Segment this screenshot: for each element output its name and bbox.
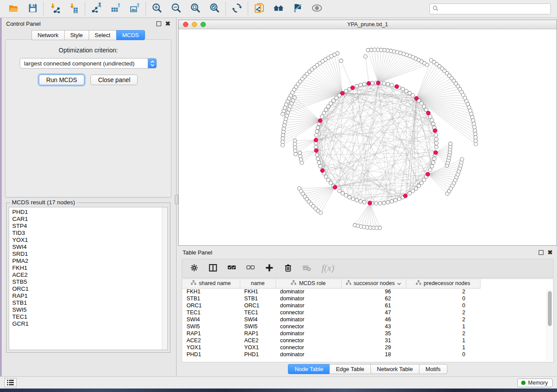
shared-name-cell[interactable]: ACE2 [182, 337, 240, 344]
mcds-list-scrollbar[interactable] [162, 207, 167, 350]
mcds-result-item[interactable]: ORC1 [12, 285, 167, 292]
mcds-role-cell[interactable]: connector [276, 344, 341, 351]
shared-name-cell[interactable]: STB1 [182, 295, 240, 302]
shared-name-cell[interactable]: RAP1 [182, 330, 240, 337]
name-cell[interactable]: TEC1 [240, 309, 276, 316]
column-header-shared-name[interactable]: shared name [182, 279, 240, 288]
zoom-in-button[interactable] [147, 1, 166, 16]
delete-button[interactable] [284, 264, 292, 273]
successor-nodes-cell[interactable]: 18 [341, 351, 406, 358]
mcds-result-item[interactable]: RAP1 [12, 292, 167, 299]
search-box[interactable] [429, 3, 551, 14]
open-session-button[interactable] [3, 1, 23, 16]
table-row[interactable]: TEC1TEC1connector472 [182, 309, 553, 316]
column-header-MCDS-role[interactable]: MCDS role [276, 279, 341, 288]
name-cell[interactable]: ORC1 [240, 302, 276, 309]
add-button[interactable] [265, 264, 273, 273]
mcds-result-item[interactable]: SWI4 [12, 244, 167, 251]
predecessor-nodes-cell[interactable]: 1 [406, 337, 480, 344]
table-row[interactable]: RAP1RAP1dominator352 [182, 330, 553, 337]
name-cell[interactable]: ACE2 [240, 337, 276, 344]
gear-button[interactable] [190, 264, 198, 273]
network-canvas[interactable] [179, 29, 557, 245]
predecessor-nodes-cell[interactable]: 2 [406, 330, 480, 337]
name-cell[interactable]: FKH1 [240, 288, 276, 295]
zoom-fit-button[interactable] [186, 1, 205, 16]
name-cell[interactable]: YOX1 [240, 344, 276, 351]
mcds-role-cell[interactable]: connector [276, 323, 341, 330]
import-table-button[interactable] [64, 1, 83, 16]
predecessor-nodes-cell[interactable]: 2 [406, 316, 480, 323]
task-history-button[interactable] [4, 378, 17, 387]
mcds-result-item[interactable]: YOX1 [12, 237, 167, 244]
successor-nodes-cell[interactable]: 29 [341, 344, 406, 351]
mcds-result-item[interactable]: SWI5 [12, 306, 167, 313]
zoom-out-button[interactable] [166, 1, 186, 16]
tab-style[interactable]: Style [64, 30, 89, 40]
column-header-predecessor-nodes[interactable]: predecessor nodes [406, 279, 480, 288]
deselect-all-button[interactable] [246, 264, 255, 273]
table-row[interactable]: STB1STB1dominator620 [182, 295, 553, 302]
name-cell[interactable]: STB1 [240, 295, 276, 302]
name-cell[interactable]: SWI4 [240, 316, 276, 323]
table-scrollbar-thumb[interactable] [548, 291, 552, 326]
mcds-role-cell[interactable]: dominator [276, 302, 341, 309]
predecessor-nodes-cell[interactable]: 2 [406, 288, 480, 295]
show-details-button[interactable] [307, 1, 326, 16]
predecessor-nodes-cell[interactable]: 1 [406, 323, 480, 330]
successor-nodes-cell[interactable]: 47 [341, 309, 406, 316]
columns-button[interactable] [209, 264, 217, 273]
splitter-handle[interactable] [175, 195, 178, 204]
successor-nodes-cell[interactable]: 61 [341, 302, 406, 309]
mcds-result-list[interactable]: PHD1CAR1STP4TID3YOX1SWI4SRD1PMA2FKH1ACE2… [9, 207, 168, 350]
close-panel-button[interactable]: Close panel [90, 75, 138, 85]
float-panel-icon[interactable] [156, 21, 161, 26]
shared-name-cell[interactable]: FKH1 [182, 288, 240, 295]
column-header-name[interactable]: name [240, 279, 276, 288]
refresh-button[interactable] [227, 1, 246, 16]
mcds-result-item[interactable]: STP4 [12, 223, 167, 230]
save-session-button[interactable] [23, 1, 42, 16]
mcds-result-item[interactable]: STB5 [12, 279, 167, 285]
panel-splitter[interactable] [175, 18, 178, 376]
table-row[interactable]: ACE2ACE2connector311 [182, 337, 553, 344]
node-table[interactable]: shared namenameMCDS rolesuccessor nodesp… [182, 279, 554, 362]
column-header-successor-nodes[interactable]: successor nodes [341, 279, 406, 288]
table-row[interactable]: FKH1FKH1dominator962 [182, 288, 553, 295]
table-scrollbar[interactable] [547, 289, 552, 361]
table-row[interactable]: ORC1ORC1dominator610 [182, 302, 553, 309]
predecessor-nodes-cell[interactable]: 1 [406, 344, 480, 351]
successor-nodes-cell[interactable]: 96 [341, 288, 406, 295]
predecessor-nodes-cell[interactable]: 2 [406, 309, 480, 316]
mcds-result-item[interactable]: PMA2 [12, 258, 167, 265]
zoom-selected-button[interactable] [205, 1, 224, 16]
shared-name-cell[interactable]: SWI5 [182, 323, 240, 330]
tab-network[interactable]: Network [31, 30, 64, 40]
import-network-button[interactable] [45, 1, 64, 16]
close-table-panel-icon[interactable]: ✖ [547, 250, 553, 255]
predecessor-nodes-cell[interactable]: 0 [406, 295, 480, 302]
export-image-button[interactable] [125, 1, 144, 16]
tab-select[interactable]: Select [89, 30, 116, 40]
successor-nodes-cell[interactable]: 46 [341, 316, 406, 323]
float-table-panel-icon[interactable] [539, 250, 543, 255]
tab-network-table[interactable]: Network Table [370, 364, 419, 374]
tab-edge-table[interactable]: Edge Table [329, 364, 370, 374]
share-document-button[interactable] [249, 1, 269, 16]
network-graph[interactable] [179, 29, 557, 245]
tab-node-table[interactable]: Node Table [288, 364, 329, 374]
successor-nodes-cell[interactable]: 31 [341, 337, 406, 344]
table-row[interactable]: PHD1PHD1dominator180 [182, 351, 553, 358]
shared-name-cell[interactable]: PHD1 [182, 351, 240, 358]
mcds-result-item[interactable]: SRD1 [12, 251, 167, 258]
mcds-result-item[interactable]: STB1 [12, 299, 167, 306]
name-cell[interactable]: PHD1 [240, 351, 276, 358]
shared-name-cell[interactable]: YOX1 [182, 344, 240, 351]
tab-motifs[interactable]: Motifs [419, 364, 447, 374]
mcds-role-cell[interactable]: dominator [276, 295, 341, 302]
mcds-result-item[interactable]: PHD1 [12, 209, 167, 216]
mcds-role-cell[interactable]: dominator [276, 351, 341, 358]
mcds-result-item[interactable]: TID3 [12, 230, 167, 237]
mcds-result-item[interactable]: TEC1 [12, 313, 167, 320]
successor-nodes-cell[interactable]: 43 [341, 323, 406, 330]
